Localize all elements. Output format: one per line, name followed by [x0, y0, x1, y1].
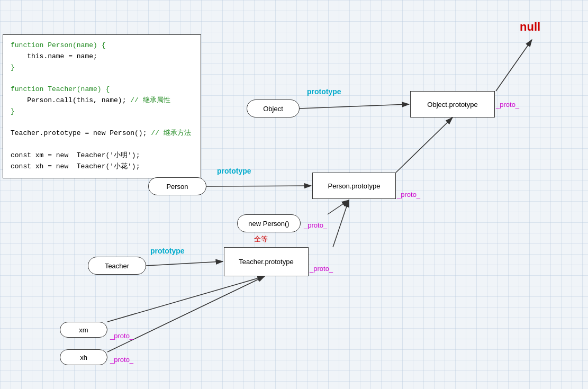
proto-label-person-prototype: _proto_ — [397, 191, 420, 198]
xm-node: xm — [60, 322, 107, 338]
svg-line-7 — [146, 261, 223, 266]
code-line-5: function Teacher(name) { — [11, 84, 193, 95]
code-line-7: } — [11, 106, 193, 117]
code-line-11: const xm = new Teacher('小明'); — [11, 150, 193, 161]
person-prototype-node: Person.prototype — [312, 173, 396, 199]
code-line-6: Person.call(this, name); // 继承属性 — [11, 95, 193, 106]
teacher-prototype-node: Teacher.prototype — [224, 247, 309, 276]
proto-label-xm: _proto_ — [110, 332, 133, 340]
prototype-label-person: prototype — [217, 167, 251, 175]
svg-line-6 — [328, 200, 349, 214]
svg-line-9 — [107, 276, 265, 322]
code-line-3: } — [11, 62, 193, 74]
code-line-2: this.name = name; — [11, 51, 193, 62]
teacher-node: Teacher — [88, 257, 146, 275]
proto-label-teacher-prototype: _proto_ — [310, 265, 333, 273]
xh-node: xh — [60, 349, 107, 365]
null-label: null — [520, 20, 540, 34]
proto-label-object-prototype: _proto_ — [496, 101, 519, 108]
code-box: function Person(name) { this.name = name… — [3, 34, 201, 178]
new-person-node: new Person() — [237, 214, 301, 232]
svg-line-2 — [300, 104, 409, 108]
svg-line-3 — [496, 40, 532, 91]
code-line-1: function Person(name) { — [11, 40, 193, 51]
quandeng-label: 全等 — [254, 234, 268, 244]
svg-line-4 — [206, 186, 311, 186]
object-node: Object — [247, 99, 300, 117]
prototype-label-object: prototype — [307, 87, 341, 96]
proto-label-new-person: _proto_ — [304, 221, 327, 229]
person-node: Person — [148, 177, 206, 195]
svg-line-10 — [107, 276, 265, 352]
proto-label-xh: _proto_ — [110, 356, 133, 364]
svg-line-8 — [333, 200, 349, 247]
object-prototype-node: Object.prototype — [410, 91, 495, 117]
code-line-12: const xh = new Teacher('小花'); — [11, 161, 193, 173]
svg-line-5 — [396, 117, 453, 173]
prototype-label-teacher: prototype — [150, 247, 185, 255]
code-line-9: Teacher.prototype = new Person(); // 继承方… — [11, 128, 193, 139]
